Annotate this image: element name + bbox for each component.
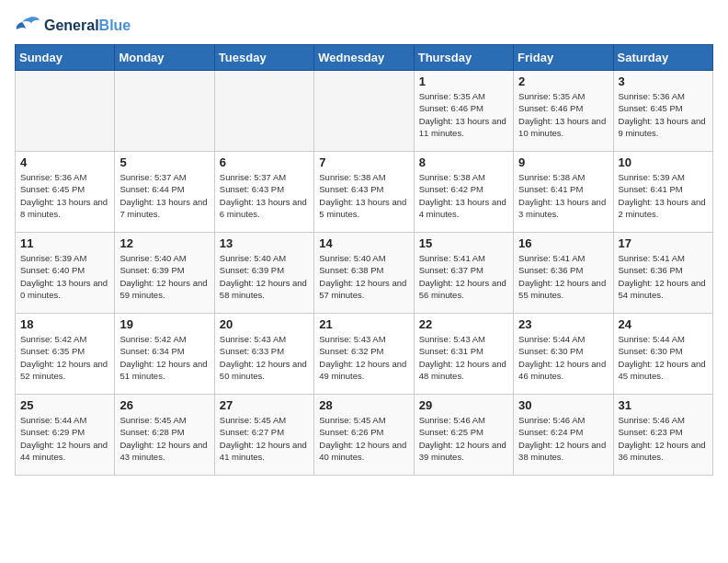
weekday-header-thursday: Thursday [414,45,513,71]
day-info: Sunrise: 5:41 AM Sunset: 6:36 PM Dayligh… [619,252,708,301]
calendar-table: SundayMondayTuesdayWednesdayThursdayFrid… [15,44,713,476]
day-info: Sunrise: 5:44 AM Sunset: 6:29 PM Dayligh… [20,414,109,463]
calendar-cell: 29Sunrise: 5:46 AM Sunset: 6:25 PM Dayli… [414,395,513,476]
day-info: Sunrise: 5:35 AM Sunset: 6:46 PM Dayligh… [419,90,508,139]
day-number: 14 [319,236,408,250]
day-number: 8 [419,155,508,169]
day-number: 22 [419,317,508,331]
calendar-cell: 9Sunrise: 5:38 AM Sunset: 6:41 PM Daylig… [514,152,613,233]
calendar-cell: 10Sunrise: 5:39 AM Sunset: 6:41 PM Dayli… [613,152,712,233]
day-number: 4 [20,155,109,169]
calendar-cell [115,71,214,152]
calendar-cell: 3Sunrise: 5:36 AM Sunset: 6:45 PM Daylig… [613,71,712,152]
logo-text: GeneralBlue [44,17,131,34]
weekday-header-row: SundayMondayTuesdayWednesdayThursdayFrid… [16,45,713,71]
day-number: 10 [619,155,708,169]
day-number: 24 [619,317,708,331]
weekday-header-monday: Monday [115,45,214,71]
calendar-cell: 5Sunrise: 5:37 AM Sunset: 6:44 PM Daylig… [115,152,214,233]
day-number: 31 [619,398,708,412]
calendar-cell: 8Sunrise: 5:38 AM Sunset: 6:42 PM Daylig… [414,152,513,233]
day-info: Sunrise: 5:36 AM Sunset: 6:45 PM Dayligh… [619,90,708,139]
day-number: 27 [220,398,309,412]
weekday-header-saturday: Saturday [613,45,712,71]
calendar-cell: 23Sunrise: 5:44 AM Sunset: 6:30 PM Dayli… [514,314,613,395]
day-number: 26 [119,398,209,412]
day-number: 2 [518,75,608,88]
calendar-week-3: 11Sunrise: 5:39 AM Sunset: 6:40 PM Dayli… [16,233,713,314]
page-header: GeneralBlue [15,15,713,37]
calendar-cell: 26Sunrise: 5:45 AM Sunset: 6:28 PM Dayli… [115,395,214,476]
day-info: Sunrise: 5:45 AM Sunset: 6:28 PM Dayligh… [119,414,209,463]
calendar-cell: 22Sunrise: 5:43 AM Sunset: 6:31 PM Dayli… [414,314,513,395]
day-info: Sunrise: 5:41 AM Sunset: 6:36 PM Dayligh… [518,252,608,301]
day-number: 15 [419,236,508,250]
weekday-header-friday: Friday [514,45,613,71]
day-info: Sunrise: 5:39 AM Sunset: 6:41 PM Dayligh… [619,171,708,220]
calendar-cell: 30Sunrise: 5:46 AM Sunset: 6:24 PM Dayli… [514,395,613,476]
day-info: Sunrise: 5:44 AM Sunset: 6:30 PM Dayligh… [619,333,708,382]
calendar-cell: 4Sunrise: 5:36 AM Sunset: 6:45 PM Daylig… [16,152,115,233]
day-info: Sunrise: 5:45 AM Sunset: 6:27 PM Dayligh… [220,414,309,463]
day-info: Sunrise: 5:42 AM Sunset: 6:35 PM Dayligh… [20,333,109,382]
calendar-cell: 19Sunrise: 5:42 AM Sunset: 6:34 PM Dayli… [115,314,214,395]
calendar-cell: 31Sunrise: 5:46 AM Sunset: 6:23 PM Dayli… [613,395,712,476]
day-info: Sunrise: 5:46 AM Sunset: 6:25 PM Dayligh… [419,414,508,463]
day-number: 7 [319,155,408,169]
day-number: 11 [20,236,109,250]
calendar-cell: 15Sunrise: 5:41 AM Sunset: 6:37 PM Dayli… [414,233,513,314]
calendar-cell: 17Sunrise: 5:41 AM Sunset: 6:36 PM Dayli… [613,233,712,314]
weekday-header-wednesday: Wednesday [314,45,414,71]
day-number: 17 [619,236,708,250]
day-info: Sunrise: 5:38 AM Sunset: 6:42 PM Dayligh… [419,171,508,220]
day-number: 29 [419,398,508,412]
calendar-cell: 24Sunrise: 5:44 AM Sunset: 6:30 PM Dayli… [613,314,712,395]
calendar-cell: 20Sunrise: 5:43 AM Sunset: 6:33 PM Dayli… [214,314,313,395]
calendar-cell: 1Sunrise: 5:35 AM Sunset: 6:46 PM Daylig… [414,71,513,152]
day-number: 1 [419,75,508,88]
calendar-cell: 13Sunrise: 5:40 AM Sunset: 6:39 PM Dayli… [214,233,313,314]
day-number: 18 [20,317,109,331]
day-info: Sunrise: 5:38 AM Sunset: 6:41 PM Dayligh… [518,171,608,220]
day-info: Sunrise: 5:40 AM Sunset: 6:38 PM Dayligh… [319,252,408,301]
calendar-cell: 11Sunrise: 5:39 AM Sunset: 6:40 PM Dayli… [16,233,115,314]
calendar-cell: 2Sunrise: 5:35 AM Sunset: 6:46 PM Daylig… [514,71,613,152]
calendar-week-4: 18Sunrise: 5:42 AM Sunset: 6:35 PM Dayli… [16,314,713,395]
day-info: Sunrise: 5:38 AM Sunset: 6:43 PM Dayligh… [319,171,408,220]
day-info: Sunrise: 5:44 AM Sunset: 6:30 PM Dayligh… [518,333,608,382]
day-info: Sunrise: 5:46 AM Sunset: 6:24 PM Dayligh… [518,414,608,463]
day-info: Sunrise: 5:37 AM Sunset: 6:43 PM Dayligh… [220,171,309,220]
day-number: 3 [619,75,708,88]
calendar-week-1: 1Sunrise: 5:35 AM Sunset: 6:46 PM Daylig… [16,71,713,152]
logo: GeneralBlue [15,15,131,37]
weekday-header-sunday: Sunday [16,45,115,71]
calendar-cell: 14Sunrise: 5:40 AM Sunset: 6:38 PM Dayli… [314,233,414,314]
logo-bird-icon [15,15,40,37]
day-info: Sunrise: 5:40 AM Sunset: 6:39 PM Dayligh… [220,252,309,301]
day-number: 13 [220,236,309,250]
calendar-cell: 28Sunrise: 5:45 AM Sunset: 6:26 PM Dayli… [314,395,414,476]
day-info: Sunrise: 5:42 AM Sunset: 6:34 PM Dayligh… [119,333,209,382]
calendar-cell: 25Sunrise: 5:44 AM Sunset: 6:29 PM Dayli… [16,395,115,476]
day-number: 19 [119,317,209,331]
day-number: 23 [518,317,608,331]
day-number: 5 [119,155,209,169]
day-info: Sunrise: 5:37 AM Sunset: 6:44 PM Dayligh… [119,171,209,220]
calendar-week-5: 25Sunrise: 5:44 AM Sunset: 6:29 PM Dayli… [16,395,713,476]
calendar-cell: 12Sunrise: 5:40 AM Sunset: 6:39 PM Dayli… [115,233,214,314]
day-info: Sunrise: 5:41 AM Sunset: 6:37 PM Dayligh… [419,252,508,301]
calendar-cell: 6Sunrise: 5:37 AM Sunset: 6:43 PM Daylig… [214,152,313,233]
calendar-cell: 27Sunrise: 5:45 AM Sunset: 6:27 PM Dayli… [214,395,313,476]
calendar-cell [214,71,313,152]
day-number: 25 [20,398,109,412]
day-number: 30 [518,398,608,412]
day-number: 28 [319,398,408,412]
day-number: 21 [319,317,408,331]
day-info: Sunrise: 5:39 AM Sunset: 6:40 PM Dayligh… [20,252,109,301]
day-info: Sunrise: 5:43 AM Sunset: 6:33 PM Dayligh… [220,333,309,382]
day-info: Sunrise: 5:43 AM Sunset: 6:32 PM Dayligh… [319,333,408,382]
calendar-cell: 7Sunrise: 5:38 AM Sunset: 6:43 PM Daylig… [314,152,414,233]
calendar-cell: 16Sunrise: 5:41 AM Sunset: 6:36 PM Dayli… [514,233,613,314]
calendar-cell [314,71,414,152]
day-info: Sunrise: 5:43 AM Sunset: 6:31 PM Dayligh… [419,333,508,382]
